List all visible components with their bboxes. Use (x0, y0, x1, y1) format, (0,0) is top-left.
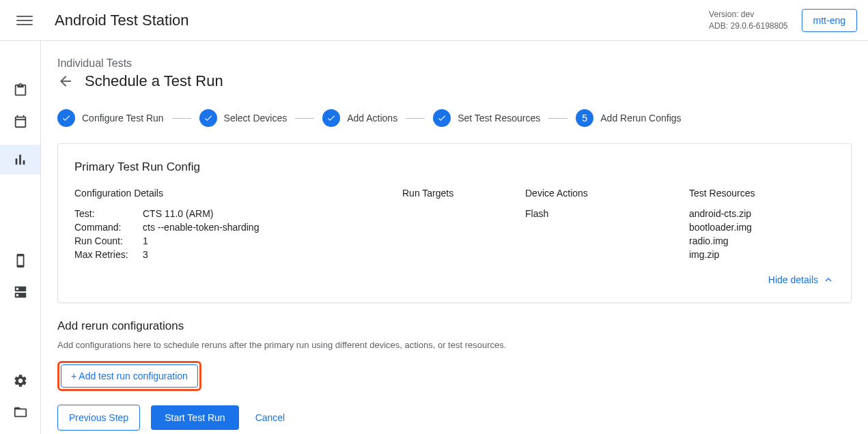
card-title: Primary Test Run Config (74, 160, 835, 174)
device-actions-head: Device Actions (525, 188, 662, 199)
bar-chart-icon[interactable] (12, 151, 29, 168)
dns-icon[interactable] (12, 284, 29, 300)
step-configure-test-run[interactable]: Configure Test Run (57, 109, 164, 127)
step-select-devices[interactable]: Select Devices (199, 109, 288, 127)
previous-step-button[interactable]: Previous Step (57, 405, 140, 431)
step-label: Set Test Resources (458, 113, 540, 124)
step-label: Configure Test Run (82, 113, 164, 124)
step-label: Add Actions (347, 113, 397, 124)
step-add-rerun-configs[interactable]: 5 Add Rerun Configs (576, 109, 681, 127)
footer-buttons: Previous Step Start Test Run Cancel (57, 405, 868, 431)
step-label: Add Rerun Configs (600, 113, 681, 124)
test-resources-head: Test Resources (689, 188, 835, 199)
step-connector (295, 118, 314, 119)
runcount-value: 1 (143, 235, 148, 246)
step-add-actions[interactable]: Add Actions (322, 109, 397, 127)
adb-label: ADB: 29.0.6-6198805 (709, 20, 787, 32)
top-bar: Android Test Station Version: dev ADB: 2… (0, 0, 868, 41)
version-label: Version: dev (709, 9, 787, 20)
check-icon (322, 109, 340, 127)
step-number: 5 (576, 109, 593, 127)
main-content: Individual Tests Schedule a Test Run Con… (41, 41, 868, 434)
check-icon (57, 109, 75, 127)
chevron-up-icon[interactable] (822, 274, 835, 286)
test-value: CTS 11.0 (ARM) (143, 208, 213, 219)
add-test-run-config-button[interactable]: + Add test run configuration (61, 364, 198, 388)
stepper: Configure Test Run Select Devices Add Ac… (57, 109, 868, 127)
check-icon (199, 109, 217, 127)
run-targets-head: Run Targets (402, 188, 498, 199)
breadcrumb: Individual Tests (57, 57, 868, 70)
clipboard-icon[interactable] (12, 82, 29, 98)
app-title: Android Test Station (55, 12, 189, 29)
highlight-box: + Add test run configuration (57, 361, 201, 391)
calendar-icon[interactable] (12, 113, 29, 130)
rerun-section-title: Add rerun configurations (57, 319, 868, 333)
maxretries-value: 3 (143, 249, 148, 260)
page-title: Schedule a Test Run (85, 72, 223, 90)
runcount-label: Run Count: (74, 235, 143, 246)
version-info: Version: dev ADB: 29.0.6-6198805 (709, 9, 787, 32)
config-details-head: Configuration Details (74, 188, 375, 199)
step-label: Select Devices (224, 113, 288, 124)
menu-icon[interactable] (16, 12, 33, 29)
user-button[interactable]: mtt-eng (802, 9, 857, 32)
maxretries-label: Max Retries: (74, 249, 143, 260)
device-action-value: Flash (525, 208, 662, 219)
step-set-test-resources[interactable]: Set Test Resources (433, 109, 540, 127)
cancel-button[interactable]: Cancel (250, 405, 291, 430)
resource-item: img.zip (689, 249, 835, 260)
primary-config-card: Primary Test Run Config Configuration De… (57, 143, 852, 303)
folder-icon[interactable] (12, 404, 29, 420)
resource-item: bootloader.img (689, 222, 835, 233)
back-arrow-icon[interactable] (57, 73, 74, 89)
resource-item: android-cts.zip (689, 208, 835, 219)
sidebar (0, 41, 41, 434)
command-label: Command: (74, 222, 143, 233)
rerun-section-desc: Add configurations here to schedule reru… (57, 340, 868, 350)
start-test-run-button[interactable]: Start Test Run (151, 405, 238, 430)
step-connector (406, 118, 425, 119)
test-label: Test: (74, 208, 143, 219)
command-value: cts --enable-token-sharding (143, 222, 259, 233)
step-connector (548, 118, 568, 119)
resource-item: radio.img (689, 235, 835, 246)
step-connector (172, 118, 191, 119)
gear-icon[interactable] (12, 373, 29, 389)
hide-details-link[interactable]: Hide details (768, 274, 818, 285)
phone-icon[interactable] (12, 252, 29, 269)
check-icon (433, 109, 451, 127)
